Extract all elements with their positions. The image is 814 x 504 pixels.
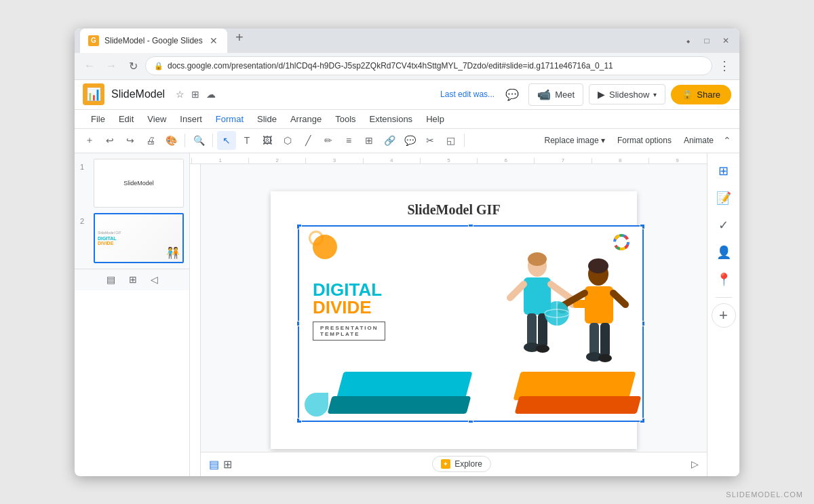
format-options-label: Format options [617, 136, 672, 145]
redo-btn[interactable]: ↪ [121, 131, 140, 150]
format-options-btn[interactable]: Format options [612, 133, 677, 148]
cloud-sync-icon[interactable]: ☁ [205, 88, 217, 101]
svg-point-5 [528, 252, 547, 266]
slide-preview-2[interactable]: SlideModel GIF DIGITAL DIVIDE 🧑‍🤝‍🧑 [94, 213, 184, 263]
menu-slide[interactable]: Slide [252, 111, 282, 127]
new-tab-button[interactable]: + [230, 28, 249, 47]
platform-teal-shadow [328, 396, 471, 414]
slide-num-2: 2 [80, 217, 90, 225]
editor-bottom-bar: ▤ ⊞ ✦ Explore ▷ [201, 452, 707, 476]
animate-label: Animate [684, 136, 714, 145]
slides-right-icon[interactable]: ⊞ [712, 159, 736, 183]
menu-extensions[interactable]: Extensions [364, 111, 419, 127]
filmstrip-view-btn[interactable]: ▤ [104, 271, 118, 288]
app-bar: 📊 SlideModel ☆ ⊞ ☁ Last edit was... 💬 📹 … [75, 80, 739, 110]
menu-format[interactable]: Format [210, 111, 249, 127]
menu-arrange[interactable]: Arrange [285, 111, 327, 127]
comments-btn[interactable]: 💬 [501, 83, 523, 105]
meet-button[interactable]: 📹 Meet [528, 83, 583, 106]
ruler-marks: 1 2 3 4 5 6 7 8 9 [191, 153, 705, 163]
menu-tools[interactable]: Tools [330, 111, 361, 127]
animate-btn[interactable]: Animate [678, 133, 719, 148]
last-edit-text[interactable]: Last edit was... [440, 90, 495, 99]
maps-right-icon[interactable]: 📍 [712, 267, 736, 292]
url-text: docs.google.com/presentation/d/1hlCDq4-h… [168, 61, 703, 71]
comment-btn[interactable]: 💬 [400, 131, 419, 150]
add-addon-btn[interactable]: + [712, 303, 736, 328]
shapes-btn[interactable]: ⬡ [278, 131, 297, 150]
expand-panel-btn[interactable]: ▷ [691, 459, 699, 469]
collapse-toolbar-btn[interactable]: ⌃ [720, 132, 734, 149]
close-btn[interactable]: ✕ [718, 33, 734, 49]
slide-canvas[interactable]: SlideModel GIF [271, 191, 637, 449]
explore-button[interactable]: ✦ Explore [432, 456, 491, 472]
mask-btn[interactable]: ◱ [441, 131, 460, 150]
canvas-wrapper: SlideModel GIF [190, 164, 707, 476]
window-controls: ⬥ □ ✕ [680, 33, 734, 49]
line-btn[interactable]: ╱ [298, 131, 317, 150]
more-options-btn[interactable]: ⋮ [715, 56, 734, 75]
address-bar: ← → ↻ 🔒 docs.google.com/presentation/d/1… [75, 53, 739, 80]
main-content: 1 SlideModel 2 SlideModel GIF [75, 153, 739, 476]
add-to-drive-icon[interactable]: ⊞ [190, 88, 201, 101]
menu-file[interactable]: File [85, 111, 111, 127]
menu-help[interactable]: Help [421, 111, 450, 127]
reload-btn[interactable]: ↻ [123, 56, 142, 75]
crop-btn[interactable]: ✂ [421, 131, 440, 150]
dd-divide-text: DIVIDE [313, 298, 385, 316]
notes-right-icon[interactable]: 📝 [712, 186, 736, 210]
svg-point-18 [588, 258, 608, 273]
back-btn[interactable]: ← [80, 56, 99, 75]
forward-btn[interactable]: → [102, 56, 121, 75]
svg-line-7 [510, 284, 524, 298]
collapse-slides-btn[interactable]: ◁ [148, 271, 161, 288]
orange-ring-decoration [309, 231, 324, 246]
restore-btn[interactable]: □ [699, 33, 715, 49]
distribute-btn[interactable]: ⊞ [360, 131, 379, 150]
slide-thumb-2[interactable]: 2 SlideModel GIF DIGITAL DIVIDE 🧑‍🤝‍🧑 [80, 213, 184, 263]
ruler-mark: 7 [534, 158, 591, 163]
contacts-right-icon[interactable]: 👤 [712, 240, 736, 265]
insert-btn[interactable]: ＋ [80, 131, 99, 150]
paint-format-btn[interactable]: 🎨 [161, 131, 180, 150]
tab-title: SlideModel - Google Slides [104, 36, 203, 45]
active-tab[interactable]: G SlideModel - Google Slides ✕ [80, 28, 227, 53]
undo-btn[interactable]: ↩ [100, 131, 119, 150]
ruler-vertical [190, 164, 201, 476]
tasks-right-icon[interactable]: ✓ [712, 213, 736, 237]
dd-sub-line1: PRESENTATION [320, 325, 378, 331]
zoom-btn[interactable]: 🔍 [189, 131, 208, 150]
menu-edit[interactable]: Edit [113, 111, 139, 127]
select-btn[interactable]: ↖ [217, 131, 236, 150]
image-btn[interactable]: 🖼 [258, 131, 277, 150]
selected-image[interactable]: DIGITAL DIVIDE PRESENTATION TEMPLATE [298, 225, 644, 422]
slide-thumb-1[interactable]: 1 SlideModel [80, 159, 184, 208]
pen-btn[interactable]: ✏ [319, 131, 338, 150]
svg-rect-10 [527, 313, 537, 347]
menu-insert[interactable]: Insert [174, 111, 208, 127]
url-bar[interactable]: 🔒 docs.google.com/presentation/d/1hlCDq4… [145, 56, 712, 75]
lock-icon: 🔒 [154, 62, 163, 71]
svg-rect-26 [589, 323, 599, 357]
share-button[interactable]: 🔒 Share [671, 85, 731, 104]
ruler-mark: 2 [248, 158, 305, 163]
canvas-scroll[interactable]: SlideModel GIF [201, 164, 707, 476]
ruler-mark: 1 [191, 158, 248, 163]
slide-preview-1[interactable]: SlideModel [94, 159, 184, 208]
grid-view-toggle[interactable]: ⊞ [223, 458, 232, 471]
grid-view-btn[interactable]: ⊞ [126, 271, 140, 288]
bottom-teal-decoration [305, 393, 328, 416]
filmstrip-view-toggle[interactable]: ▤ [209, 458, 219, 471]
link-btn[interactable]: 🔗 [380, 131, 399, 150]
align-btn[interactable]: ≡ [339, 131, 358, 150]
tab-close-btn[interactable]: ✕ [208, 35, 219, 46]
menu-view[interactable]: View [142, 111, 172, 127]
editor-area: 1 2 3 4 5 6 7 8 9 [190, 153, 707, 476]
text-btn[interactable]: T [237, 131, 256, 150]
star-icon[interactable]: ☆ [174, 88, 186, 101]
app-name: SlideModel [111, 88, 165, 100]
print-btn[interactable]: 🖨 [141, 131, 160, 150]
slideshow-button[interactable]: ▶ Slideshow ▾ [589, 84, 665, 104]
replace-image-btn[interactable]: Replace image ▾ [539, 133, 610, 148]
minimize-btn[interactable]: ⬥ [680, 33, 696, 49]
